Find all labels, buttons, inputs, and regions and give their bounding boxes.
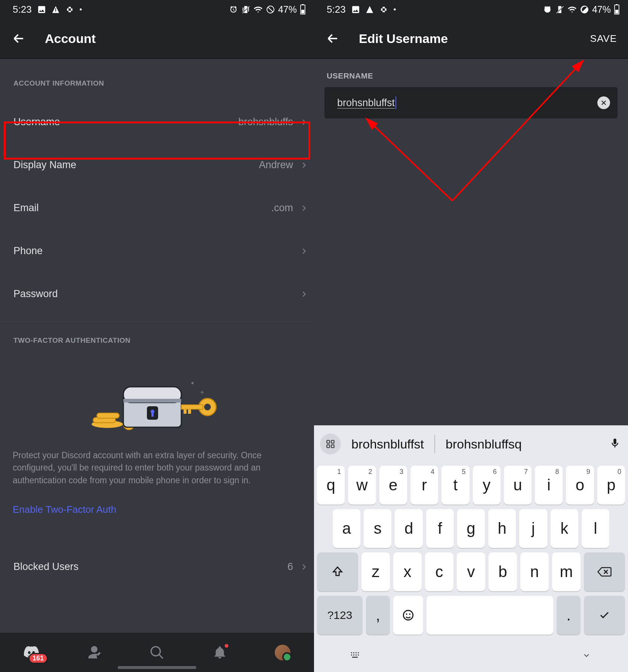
key-x[interactable]: x bbox=[393, 552, 422, 591]
key-p[interactable]: p0 bbox=[597, 466, 625, 505]
row-username[interactable]: Username brohsnbluffs bbox=[0, 101, 314, 144]
keyboard-row-1: q1w2e3r4t5y6u7i8o9p0 bbox=[317, 466, 625, 505]
back-button[interactable] bbox=[325, 31, 340, 46]
slack-icon bbox=[65, 5, 74, 14]
svg-point-31 bbox=[406, 613, 407, 615]
wifi-icon bbox=[253, 5, 263, 14]
tfa-enable-link[interactable]: Enable Two-Factor Auth bbox=[13, 504, 301, 515]
keyboard-suggestions: brohsnbluffst brohsnbluffsq bbox=[314, 425, 628, 463]
svg-rect-39 bbox=[355, 654, 357, 656]
username-input[interactable]: brohsnbluffst bbox=[324, 87, 618, 118]
nav-profile[interactable] bbox=[271, 641, 294, 664]
key-r[interactable]: r4 bbox=[410, 466, 438, 505]
key-c[interactable]: c bbox=[425, 552, 453, 591]
avatar bbox=[275, 645, 290, 660]
nav-notifications[interactable] bbox=[209, 641, 231, 664]
key-s[interactable]: s bbox=[364, 509, 391, 548]
row-blocked-users[interactable]: Blocked Users 6 bbox=[0, 545, 314, 588]
key-space[interactable] bbox=[427, 596, 553, 635]
key-i[interactable]: i8 bbox=[535, 466, 563, 505]
svg-line-24 bbox=[366, 118, 452, 201]
friends-icon bbox=[86, 645, 102, 660]
svg-rect-0 bbox=[55, 8, 56, 11]
clear-button[interactable] bbox=[597, 96, 610, 109]
svg-rect-29 bbox=[331, 445, 334, 448]
key-z[interactable]: z bbox=[361, 552, 390, 591]
keyboard: brohsnbluffst brohsnbluffsq q1w2e3r4t5y6… bbox=[314, 425, 628, 672]
svg-rect-40 bbox=[358, 654, 359, 656]
svg-rect-38 bbox=[353, 654, 354, 656]
row-display-name[interactable]: Display Name Andrew bbox=[0, 144, 314, 187]
key-o[interactable]: o9 bbox=[566, 466, 594, 505]
svg-rect-36 bbox=[358, 652, 359, 653]
key-y[interactable]: y6 bbox=[473, 466, 501, 505]
key-k[interactable]: k bbox=[551, 509, 578, 548]
key-w[interactable]: w2 bbox=[348, 466, 376, 505]
shift-icon bbox=[331, 565, 344, 578]
key-b[interactable]: b bbox=[489, 552, 517, 591]
row-password[interactable]: Password bbox=[0, 272, 314, 315]
key-h[interactable]: h bbox=[488, 509, 516, 548]
key-q[interactable]: q1 bbox=[317, 466, 345, 505]
row-value: Andrew bbox=[259, 159, 293, 171]
text-cursor bbox=[395, 96, 396, 109]
svg-rect-3 bbox=[301, 10, 304, 13]
key-enter[interactable] bbox=[584, 596, 625, 635]
key-g[interactable]: g bbox=[457, 509, 485, 548]
key-e[interactable]: e3 bbox=[379, 466, 407, 505]
key-backspace[interactable] bbox=[584, 552, 625, 591]
battery-pct: 47% bbox=[278, 4, 297, 15]
chevron-right-icon bbox=[300, 290, 308, 298]
row-label: Email bbox=[13, 202, 39, 214]
key-symbols[interactable]: ?123 bbox=[317, 596, 363, 635]
nav-home[interactable]: 161 bbox=[20, 641, 43, 664]
section-tfa: TWO-FACTOR AUTHENTICATION bbox=[0, 321, 314, 345]
status-bar: 5:23 • 47% bbox=[0, 0, 314, 19]
svg-rect-23 bbox=[615, 10, 618, 13]
row-phone[interactable]: Phone bbox=[0, 229, 314, 272]
suggestion-1[interactable]: brohsnbluffst bbox=[351, 437, 424, 451]
svg-rect-18 bbox=[188, 409, 191, 414]
key-a[interactable]: a bbox=[333, 509, 360, 548]
edit-username-content: USERNAME brohsnbluffst brohsnbluffst bro… bbox=[314, 59, 628, 672]
nav-badge: 161 bbox=[28, 653, 48, 664]
page-title: Account bbox=[45, 31, 96, 46]
svg-point-30 bbox=[403, 610, 413, 620]
key-m[interactable]: m bbox=[552, 552, 581, 591]
key-emoji[interactable] bbox=[393, 596, 423, 635]
keyboard-hide-icon[interactable] bbox=[350, 651, 363, 660]
back-button[interactable] bbox=[11, 31, 26, 46]
key-f[interactable]: f bbox=[426, 509, 454, 548]
key-d[interactable]: d bbox=[395, 509, 422, 548]
row-email[interactable]: Email .com bbox=[0, 187, 314, 229]
arrow-left-icon bbox=[326, 32, 339, 45]
key-comma[interactable]: , bbox=[366, 596, 390, 635]
key-v[interactable]: v bbox=[457, 552, 485, 591]
account-content: ACCOUNT INFORMATION Username brohsnbluff… bbox=[0, 59, 314, 633]
keyboard-row-3: zxcvbnm bbox=[317, 552, 625, 591]
status-time: 5:23 bbox=[327, 4, 346, 15]
svg-point-15 bbox=[204, 404, 211, 410]
nav-friends[interactable] bbox=[83, 641, 105, 664]
svg-rect-35 bbox=[355, 652, 357, 653]
keyboard-nav bbox=[314, 639, 628, 672]
svg-rect-37 bbox=[351, 654, 352, 656]
row-value: .com bbox=[271, 202, 293, 214]
home-handle[interactable] bbox=[118, 666, 196, 669]
chevron-down-icon[interactable] bbox=[581, 652, 592, 659]
alarm-icon bbox=[229, 5, 238, 14]
key-l[interactable]: l bbox=[582, 509, 609, 548]
key-j[interactable]: j bbox=[519, 509, 547, 548]
image-icon bbox=[351, 5, 360, 14]
keyboard-mic[interactable] bbox=[609, 436, 621, 452]
key-u[interactable]: u7 bbox=[504, 466, 532, 505]
nav-search[interactable] bbox=[146, 641, 168, 664]
save-button[interactable]: SAVE bbox=[590, 33, 617, 44]
key-period[interactable]: . bbox=[557, 596, 581, 635]
keyboard-menu[interactable] bbox=[320, 434, 341, 454]
suggestion-2[interactable]: brohsnbluffsq bbox=[446, 437, 522, 451]
bottom-nav: 161 bbox=[0, 633, 314, 672]
key-shift[interactable] bbox=[317, 552, 358, 591]
key-n[interactable]: n bbox=[520, 552, 549, 591]
key-t[interactable]: t5 bbox=[441, 466, 469, 505]
